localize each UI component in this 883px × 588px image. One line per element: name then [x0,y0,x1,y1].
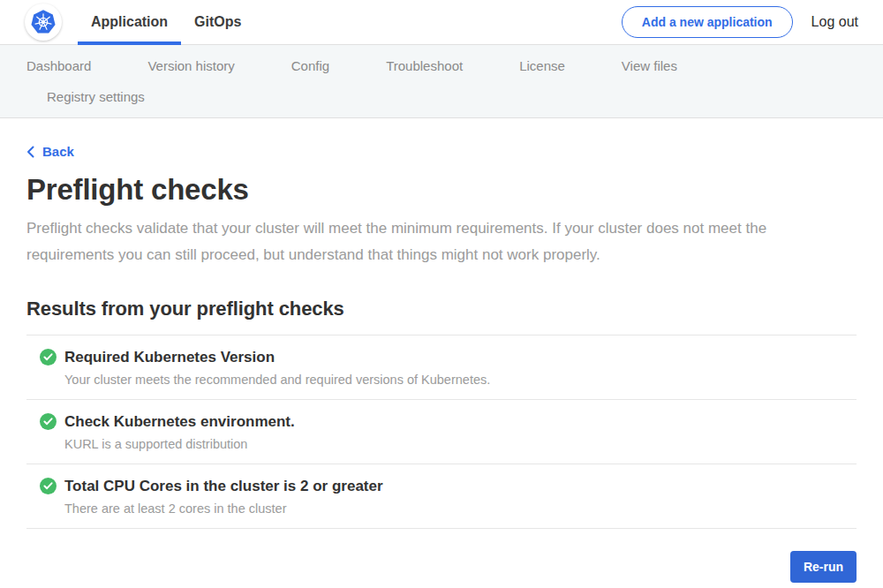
success-check-icon [40,349,57,366]
subnav-row-1: Dashboard Version history Config Trouble… [26,58,857,74]
footer-actions: Re-run [26,551,857,583]
preflight-check-row: Check Kubernetes environment. KURL is a … [26,399,857,464]
subnav-item-license[interactable]: License [519,58,565,74]
tab-application-label: Application [91,14,168,30]
success-check-icon [40,413,57,430]
back-link-label: Back [42,144,74,159]
subnav-item-version-history[interactable]: Version history [147,58,234,74]
page-description: Preflight checks validate that your clus… [26,215,848,268]
preflight-check-row: Required Kubernetes Version Your cluster… [26,335,857,399]
app-subnav: Dashboard Version history Config Trouble… [0,45,883,118]
preflight-results-list: Required Kubernetes Version Your cluster… [26,335,857,529]
kubernetes-logo-icon [25,4,62,41]
check-header: Required Kubernetes Version [26,349,857,366]
rerun-button[interactable]: Re-run [790,551,857,583]
check-message: KURL is a supported distribution [26,437,857,451]
check-title: Check Kubernetes environment. [64,413,295,431]
add-new-application-button[interactable]: Add a new application [622,6,793,38]
results-heading: Results from your preflight checks [26,298,857,320]
check-header: Check Kubernetes environment. [26,413,857,431]
check-message: There are at least 2 cores in the cluste… [26,501,857,516]
subnav-item-troubleshoot[interactable]: Troubleshoot [386,58,463,74]
success-check-icon [40,478,57,494]
chevron-left-icon [26,146,34,158]
check-title: Total CPU Cores in the cluster is 2 or g… [64,478,383,495]
check-message: Your cluster meets the recommended and r… [26,373,857,387]
main-content: Back Preflight checks Preflight checks v… [0,118,883,583]
check-header: Total CPU Cores in the cluster is 2 or g… [26,478,857,495]
page-title: Preflight checks [26,173,857,207]
preflight-check-row: Total CPU Cores in the cluster is 2 or g… [26,464,857,528]
subnav-item-registry-settings[interactable]: Registry settings [47,89,145,105]
primary-tabs: Application GitOps [78,0,254,44]
subnav-row-2: Registry settings [26,89,857,105]
tab-gitops-label: GitOps [194,14,241,30]
navbar-right: Add a new application Log out [622,6,858,38]
tab-application[interactable]: Application [78,0,181,44]
subnav-item-dashboard[interactable]: Dashboard [26,58,91,74]
subnav-item-view-files[interactable]: View files [622,58,677,74]
back-link[interactable]: Back [26,144,74,159]
logout-link[interactable]: Log out [811,14,858,30]
check-title: Required Kubernetes Version [64,349,275,366]
subnav-item-config[interactable]: Config [291,58,329,74]
top-navbar: Application GitOps Add a new application… [0,0,883,45]
tab-gitops[interactable]: GitOps [181,0,254,44]
